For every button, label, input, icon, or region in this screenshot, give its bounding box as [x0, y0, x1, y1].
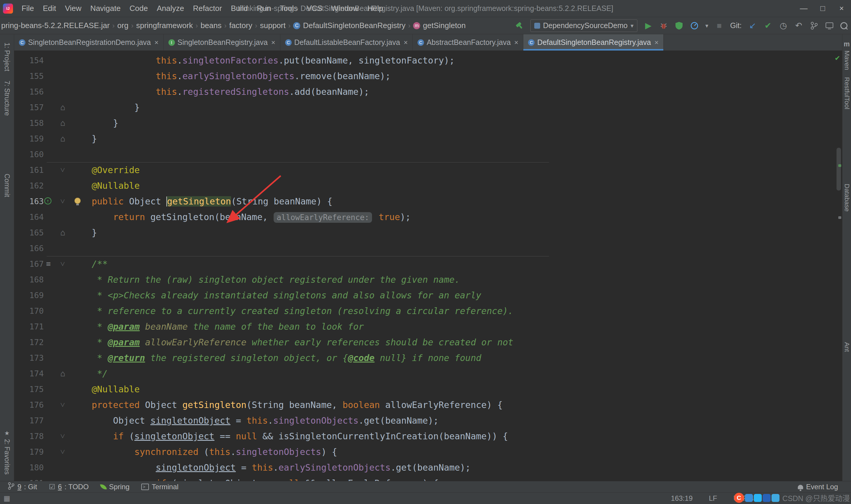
code-line-164[interactable]: 164 return getSingleton(beanName, allowE… — [14, 209, 842, 225]
run-configuration-select[interactable]: DependencySourceDemo ▾ — [530, 19, 637, 32]
code-line-168[interactable]: 168 * Return the (raw) singleton object … — [14, 272, 842, 287]
close-icon[interactable]: × — [514, 38, 518, 47]
statusbar-button-terminal[interactable]: >Terminal — [141, 483, 179, 491]
line-number[interactable]: 155 — [14, 68, 44, 84]
code-line-154[interactable]: 154 this.singletonFactories.put(beanName… — [14, 53, 842, 68]
line-number[interactable]: 166 — [14, 240, 44, 256]
intention-bulb-icon[interactable] — [74, 198, 81, 204]
code-line-170[interactable]: 170 * reference to a currently created s… — [14, 303, 842, 319]
code-line-156[interactable]: 156 this.registeredSingletons.add(beanNa… — [14, 84, 842, 100]
line-number[interactable]: 170 — [14, 303, 44, 319]
line-number[interactable]: 173 — [14, 350, 44, 366]
run-button[interactable]: ▶ — [644, 21, 653, 31]
menu-item-analyze[interactable]: Analyze — [152, 4, 188, 13]
fold-end-icon[interactable]: ⌂ — [60, 100, 65, 115]
code-line-166[interactable]: 166 — [14, 240, 842, 256]
error-stripe-mark[interactable] — [838, 216, 841, 219]
git-branch-icon[interactable] — [810, 21, 818, 31]
statusbar-button-todo[interactable]: ☑6: TODO — [49, 483, 89, 491]
sidebar-item-favorites[interactable]: ★2: Favorites — [3, 430, 11, 474]
code-line-157[interactable]: 157⌂ } — [14, 100, 842, 115]
code-line-161[interactable]: 161˅ @Override — [14, 162, 842, 178]
line-number[interactable]: 181 — [14, 475, 44, 481]
menu-item-refactor[interactable]: Refactor — [188, 4, 227, 13]
line-number[interactable]: 159 — [14, 131, 44, 146]
line-number[interactable]: 160 — [14, 146, 44, 162]
line-number[interactable]: 174 — [14, 366, 44, 381]
close-icon[interactable]: × — [404, 38, 408, 47]
code-line-176[interactable]: 176˅ protected Object getSingleton(Strin… — [14, 397, 842, 413]
sidebar-item-database[interactable]: Database — [843, 184, 851, 212]
tab-abstractbeanfactory-java[interactable]: CAbstractBeanFactory.java× — [413, 34, 523, 51]
breadcrumb-item[interactable]: springframework — [136, 21, 193, 30]
code-line-172[interactable]: 172 * @param allowEarlyReference whether… — [14, 335, 842, 350]
tab-singletonbeanregistrationdemo-java[interactable]: CSingletonBeanRegistrationDemo.java× — [14, 34, 164, 51]
line-number[interactable]: 180 — [14, 460, 44, 475]
line-number[interactable]: 156 — [14, 84, 44, 100]
console-icon[interactable] — [825, 21, 834, 31]
menu-item-edit[interactable]: Edit — [38, 4, 60, 13]
tab-singletonbeanregistry-java[interactable]: ISingletonBeanRegistry.java× — [164, 34, 280, 51]
line-number[interactable]: 177 — [14, 413, 44, 428]
fold-end-icon[interactable]: ⌂ — [60, 366, 65, 381]
line-number[interactable]: 154 — [14, 53, 44, 68]
git-commit-check-icon[interactable]: ✔ — [763, 21, 773, 31]
line-number[interactable]: 176 — [14, 397, 44, 413]
line-number[interactable]: 179 — [14, 444, 44, 460]
code-line-171[interactable]: 171 * @param beanName the name of the be… — [14, 319, 842, 335]
menu-item-code[interactable]: Code — [125, 4, 152, 13]
code-line-169[interactable]: 169 * <p>Checks already instantiated sin… — [14, 287, 842, 303]
profiler-button[interactable] — [690, 21, 699, 31]
code-line-155[interactable]: 155 this.earlySingletonObjects.remove(be… — [14, 68, 842, 84]
fold-collapse-icon[interactable]: ˅ — [60, 397, 65, 413]
build-hammer-icon[interactable] — [515, 21, 524, 31]
fold-end-icon[interactable]: ⌂ — [60, 131, 65, 146]
error-stripe-mark[interactable] — [838, 164, 841, 167]
menu-item-window[interactable]: Window — [327, 4, 363, 13]
profiler-dropdown-icon[interactable]: ▾ — [705, 22, 708, 29]
close-icon[interactable]: × — [155, 38, 159, 47]
fold-end-icon[interactable]: ⌂ — [60, 225, 65, 240]
fold-collapse-icon[interactable]: ˅ — [60, 444, 65, 460]
fold-collapse-icon[interactable]: ˅ — [60, 475, 65, 481]
close-icon[interactable]: × — [654, 38, 659, 47]
line-number[interactable]: 161 — [14, 162, 44, 178]
breadcrumb-item[interactable]: pring-beans-5.2.2.RELEASE.jar — [1, 21, 110, 30]
toolwindow-switcher-icon[interactable]: ▦ — [0, 494, 10, 503]
line-number[interactable]: 167 — [14, 256, 44, 272]
maximize-button[interactable]: □ — [813, 0, 832, 17]
render-doc-icon[interactable]: ≡ — [46, 256, 51, 272]
coverage-button[interactable] — [675, 21, 684, 31]
breadcrumb-item[interactable]: factory — [229, 21, 252, 30]
search-icon[interactable] — [840, 22, 848, 29]
code-line-178[interactable]: 178˅ if (singletonObject == null && isSi… — [14, 428, 842, 444]
sidebar-item-maven[interactable]: mMaven — [843, 40, 851, 70]
breadcrumb-item[interactable]: getSingleton — [423, 21, 466, 30]
debug-button[interactable] — [659, 21, 668, 31]
line-ending[interactable]: LF — [709, 494, 717, 503]
code-line-163[interactable]: 163˅↑ public Object getSingleton(String … — [14, 194, 842, 209]
menu-item-vcs[interactable]: VCS — [302, 4, 327, 13]
line-number[interactable]: 163 — [14, 194, 44, 209]
code-line-180[interactable]: 180 singletonObject = this.earlySingleto… — [14, 460, 842, 475]
code-line-173[interactable]: 173 * @return the registered singleton o… — [14, 350, 842, 366]
line-number[interactable]: 169 — [14, 287, 44, 303]
caret-position[interactable]: 163:19 — [671, 494, 693, 503]
line-number[interactable]: 165 — [14, 225, 44, 240]
tab-defaultsingletonbeanregistry-java[interactable]: CDefaultSingletonBeanRegistry.java× — [523, 34, 664, 51]
event-log-button[interactable]: Event Log — [798, 483, 838, 491]
scrollbar-thumb[interactable] — [836, 148, 841, 191]
menu-item-navigate[interactable]: Navigate — [86, 4, 125, 13]
line-number[interactable]: 175 — [14, 381, 44, 397]
menu-item-help[interactable]: Help — [363, 4, 387, 13]
code-line-179[interactable]: 179˅ synchronized (this.singletonObjects… — [14, 444, 842, 460]
breadcrumb-item[interactable]: org — [117, 21, 129, 30]
code-line-158[interactable]: 158⌂ } — [14, 115, 842, 131]
line-number[interactable]: 157 — [14, 100, 44, 115]
close-button[interactable]: × — [832, 0, 851, 17]
sidebar-item-structure[interactable]: 7: Structure — [3, 80, 11, 116]
code-line-177[interactable]: 177 Object singletonObject = this.single… — [14, 413, 842, 428]
menu-item-file[interactable]: File — [17, 4, 38, 13]
breadcrumb-item[interactable]: support — [260, 21, 286, 30]
breadcrumb-item[interactable]: DefaultSingletonBeanRegistry — [303, 21, 405, 30]
